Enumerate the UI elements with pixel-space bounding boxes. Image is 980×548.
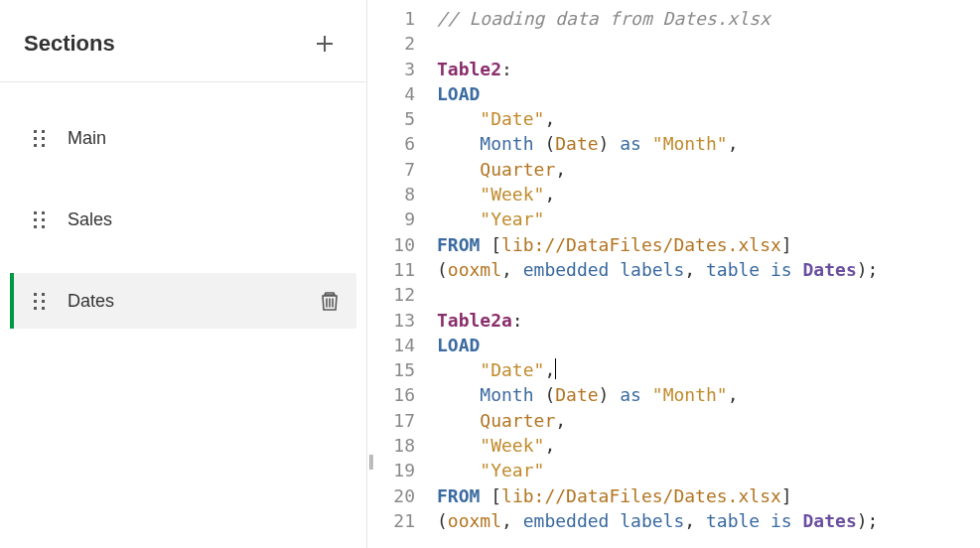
app-root: Sections MainSalesDates || 1234567891011… [0, 0, 980, 548]
delete-section-button[interactable] [319, 290, 341, 312]
drag-handle-icon[interactable] [32, 209, 46, 229]
line-number: 10 [367, 232, 415, 257]
code-line[interactable]: "Week", [437, 433, 980, 458]
code-line[interactable]: "Date", [437, 357, 980, 382]
code-token: table [706, 510, 760, 531]
line-number: 5 [367, 106, 415, 131]
line-number: 19 [367, 458, 415, 482]
code-line[interactable]: LOAD [437, 81, 980, 106]
code-token [437, 159, 480, 180]
code-token: "Week" [480, 435, 544, 456]
line-number: 8 [367, 182, 415, 206]
code-line[interactable] [437, 282, 980, 307]
code-token: Quarter [480, 410, 555, 431]
code-token: , [544, 435, 555, 456]
sections-sidebar: Sections MainSalesDates || [0, 0, 367, 548]
line-number: 7 [367, 157, 415, 182]
code-token: is [770, 259, 792, 280]
line-number: 15 [367, 357, 415, 382]
code-area[interactable]: // Loading data from Dates.xlsx Table2:L… [425, 6, 980, 548]
code-line[interactable]: "Year" [437, 206, 980, 231]
line-number: 3 [367, 57, 415, 81]
code-token: "Date" [480, 359, 544, 380]
code-line[interactable]: Quarter, [437, 408, 980, 433]
code-token: Dates [803, 510, 857, 531]
code-token: Dates [803, 259, 857, 280]
code-token [760, 259, 770, 280]
line-number: 18 [367, 433, 415, 458]
code-token: ) [599, 384, 621, 405]
code-line[interactable]: Month (Date) as "Month", [437, 131, 980, 156]
code-token: LOAD [437, 83, 480, 104]
line-number: 6 [367, 131, 415, 156]
code-line[interactable] [437, 31, 980, 56]
code-token: , [728, 133, 739, 154]
code-token: , [728, 384, 739, 405]
code-line[interactable]: FROM [lib://DataFiles/Dates.xlsx] [437, 232, 980, 257]
section-list: MainSalesDates [0, 82, 366, 329]
sidebar-title: Sections [24, 31, 115, 57]
code-line[interactable]: // Loading data from Dates.xlsx [437, 6, 980, 31]
code-token: , [544, 184, 555, 205]
code-token: ( [534, 133, 556, 154]
code-token [437, 384, 480, 405]
splitter-handle[interactable]: || [368, 453, 372, 471]
code-line[interactable]: (ooxml, embedded labels, table is Dates)… [437, 257, 980, 282]
code-token: ); [857, 510, 879, 531]
code-token: Month [480, 133, 533, 154]
code-token: FROM [437, 485, 480, 506]
line-number: 4 [367, 81, 415, 106]
code-token: as [620, 133, 641, 154]
code-token: ] [781, 485, 792, 506]
code-line[interactable]: FROM [lib://DataFiles/Dates.xlsx] [437, 483, 980, 508]
code-token [437, 435, 480, 456]
code-token: ); [857, 259, 879, 280]
code-line[interactable]: (ooxml, embedded labels, table is Dates)… [437, 508, 980, 533]
code-line[interactable]: "Date", [437, 106, 980, 131]
section-item-label: Sales [68, 209, 341, 230]
code-token [437, 208, 480, 229]
line-number: 20 [367, 483, 415, 508]
drag-handle-icon[interactable] [32, 291, 46, 311]
line-number: 2 [367, 31, 415, 56]
code-token: FROM [437, 234, 480, 255]
code-token: ( [437, 510, 448, 531]
code-line[interactable]: Table2a: [437, 308, 980, 333]
code-token: lib://DataFiles/Dates.xlsx [501, 485, 781, 506]
section-item-label: Dates [68, 291, 319, 312]
code-token: "Month" [652, 384, 728, 405]
section-item-sales[interactable]: Sales [10, 192, 356, 247]
code-token: , [555, 159, 566, 180]
code-line[interactable]: Month (Date) as "Month", [437, 382, 980, 407]
code-token: , [544, 359, 555, 380]
line-number: 21 [367, 508, 415, 533]
code-line[interactable]: Quarter, [437, 157, 980, 182]
line-number: 1 [367, 6, 415, 31]
line-number: 14 [367, 333, 415, 357]
code-token: embedded labels [523, 510, 685, 531]
line-number: 9 [367, 206, 415, 231]
drag-handle-icon[interactable] [32, 128, 46, 148]
code-token: "Week" [480, 184, 544, 205]
section-item-label: Main [68, 128, 341, 149]
code-token [760, 510, 770, 531]
add-section-button[interactable] [311, 30, 339, 58]
code-line[interactable]: LOAD [437, 333, 980, 357]
code-token: ooxml [448, 510, 501, 531]
script-editor[interactable]: 123456789101112131415161718192021 // Loa… [367, 0, 980, 548]
section-item-dates[interactable]: Dates [10, 273, 356, 329]
code-token [641, 133, 652, 154]
code-token: "Year" [480, 460, 544, 480]
code-token: embedded labels [523, 259, 685, 280]
trash-icon [321, 291, 339, 311]
code-token: , [684, 259, 706, 280]
section-item-main[interactable]: Main [10, 110, 356, 166]
code-token: as [620, 384, 641, 405]
code-line[interactable]: "Year" [437, 458, 980, 482]
code-token: "Month" [652, 133, 728, 154]
code-line[interactable]: "Week", [437, 182, 980, 206]
code-line[interactable]: Table2: [437, 57, 980, 81]
code-token: is [770, 510, 792, 531]
code-token: , [501, 259, 523, 280]
code-token: ] [781, 234, 792, 255]
